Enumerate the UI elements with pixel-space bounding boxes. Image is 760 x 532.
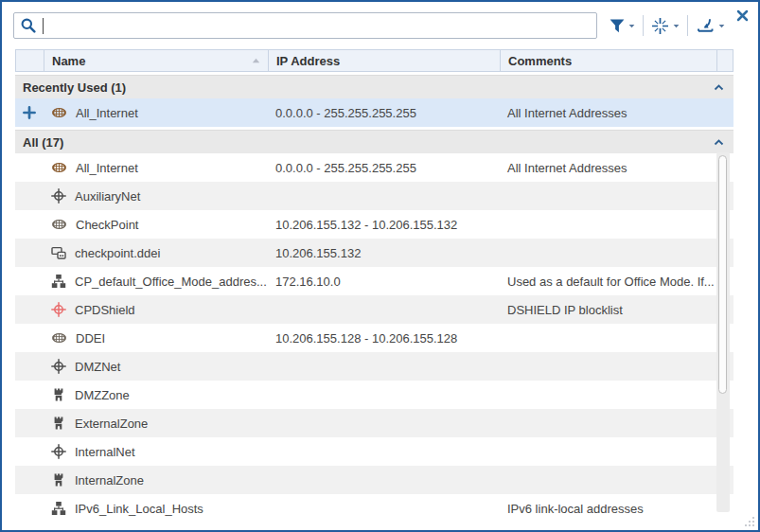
address-range-icon xyxy=(51,105,67,120)
scrollbar-thumb[interactable] xyxy=(718,155,727,394)
table-row[interactable]: DMZNet xyxy=(15,352,733,381)
object-name: CPDShield xyxy=(75,303,135,317)
resize-grip[interactable] xyxy=(743,515,755,527)
network-icon xyxy=(51,188,66,204)
group-header[interactable]: Recently Used (1) xyxy=(15,75,733,98)
table-header: Name IP Address Comments xyxy=(15,49,733,72)
object-name: All_Internet xyxy=(76,161,138,175)
toolbar-separator xyxy=(643,15,644,36)
object-comment: All Internet Addresses xyxy=(500,106,716,120)
object-name: CheckPoint xyxy=(76,218,138,232)
new-object-button[interactable] xyxy=(650,15,680,37)
object-picker-dialog: Name IP Address Comments Recently Used (… xyxy=(0,0,760,532)
close-button[interactable] xyxy=(734,8,751,24)
object-name: CP_default_Office_Mode_addres... xyxy=(75,275,267,289)
zone-icon xyxy=(51,472,66,488)
address-range-icon xyxy=(51,330,67,346)
table-row[interactable]: CheckPoint 10.206.155.132 - 10.206.155.1… xyxy=(15,210,733,239)
search-input[interactable] xyxy=(44,19,591,33)
filter-button[interactable] xyxy=(609,17,636,35)
search-icon xyxy=(20,17,37,34)
table-row[interactable]: All_Internet 0.0.0.0 - 255.255.255.255 A… xyxy=(15,153,733,182)
table-row[interactable]: IPv6_Link_Local_Hosts IPv6 link-local ad… xyxy=(15,494,733,523)
header-cell-end xyxy=(717,50,734,71)
zone-icon xyxy=(51,387,66,402)
object-name: AuxiliaryNet xyxy=(75,189,140,204)
network-icon xyxy=(51,444,66,459)
column-label: IP Address xyxy=(276,54,340,68)
object-ip: 172.16.10.0 xyxy=(268,275,500,289)
chevron-down-icon xyxy=(718,24,725,28)
filter-icon xyxy=(610,19,625,33)
plus-icon xyxy=(23,108,36,119)
network-icon xyxy=(51,302,66,317)
table-row[interactable]: AuxiliaryNet xyxy=(15,182,733,210)
table-row[interactable]: CP_default_Office_Mode_addres... 172.16.… xyxy=(15,267,733,295)
table-row[interactable]: InternalNet xyxy=(15,437,733,466)
chevron-down-icon xyxy=(673,24,680,28)
group-label: Recently Used (1) xyxy=(23,80,126,95)
address-range-icon xyxy=(51,160,67,175)
export-button[interactable] xyxy=(695,16,726,36)
header-cell-comments[interactable]: Comments xyxy=(501,50,717,71)
export-arrow-icon xyxy=(696,18,715,34)
table-row[interactable]: CPDShield DSHIELD IP blocklist xyxy=(15,295,733,324)
group-icon xyxy=(51,501,66,516)
table-row[interactable]: checkpoint.ddei 10.206.155.132 xyxy=(15,239,733,267)
table-row[interactable]: InternalZone xyxy=(15,466,733,494)
scrollbar[interactable] xyxy=(716,152,730,512)
object-comment: Used as a default for Office Mode. If... xyxy=(500,275,716,289)
object-name: DDEI xyxy=(76,331,105,346)
group-header[interactable]: All (17) xyxy=(15,130,733,153)
object-name: All_Internet xyxy=(76,106,138,120)
object-comment: DSHIELD IP blocklist xyxy=(500,303,716,317)
table-body: Recently Used (1) All_Internet 0.0.0.0 -… xyxy=(15,75,733,523)
close-icon xyxy=(736,10,749,25)
toolbar xyxy=(609,15,726,37)
column-label: Name xyxy=(52,54,85,68)
header-cell-empty[interactable] xyxy=(16,50,44,71)
chevron-up-icon[interactable] xyxy=(714,139,724,146)
network-icon xyxy=(51,359,66,374)
sort-asc-icon xyxy=(252,58,260,63)
object-comment: All Internet Addresses xyxy=(500,161,716,175)
object-name: checkpoint.ddei xyxy=(75,246,160,260)
gateway-icon xyxy=(51,245,66,260)
zone-icon xyxy=(51,416,66,431)
toolbar-separator xyxy=(687,15,688,36)
object-name: IPv6_Link_Local_Hosts xyxy=(75,502,203,516)
new-object-star-icon xyxy=(651,17,669,35)
header-cell-ip[interactable]: IP Address xyxy=(269,50,501,71)
object-ip: 10.206.155.128 - 10.206.155.128 xyxy=(268,331,500,346)
header-cell-name[interactable]: Name xyxy=(44,50,269,71)
object-ip: 0.0.0.0 - 255.255.255.255 xyxy=(268,161,500,175)
object-name: DMZNet xyxy=(75,360,120,374)
object-ip: 10.206.155.132 - 10.206.155.132 xyxy=(268,218,500,232)
table-row[interactable]: ExternalZone xyxy=(15,409,733,437)
object-comment: IPv6 link-local addresses xyxy=(500,502,716,516)
chevron-up-icon[interactable] xyxy=(714,84,724,91)
object-ip: 0.0.0.0 - 255.255.255.255 xyxy=(268,106,500,120)
search-box[interactable] xyxy=(13,12,597,39)
object-name: ExternalZone xyxy=(75,417,148,431)
group-label: All (17) xyxy=(23,135,63,150)
objects-table: Name IP Address Comments Recently Used (… xyxy=(15,49,733,523)
top-bar xyxy=(2,2,758,49)
object-name: DMZZone xyxy=(75,388,130,402)
group-icon xyxy=(51,274,66,289)
table-row[interactable]: DMZZone xyxy=(15,381,733,409)
object-ip: 10.206.155.132 xyxy=(268,246,500,260)
chevron-down-icon xyxy=(628,24,635,28)
table-row[interactable]: All_Internet 0.0.0.0 - 255.255.255.255 A… xyxy=(15,98,733,127)
table-row[interactable]: DDEI 10.206.155.128 - 10.206.155.128 xyxy=(15,324,733,352)
object-name: InternalZone xyxy=(75,473,144,488)
address-range-icon xyxy=(51,217,67,232)
add-object-button[interactable] xyxy=(23,106,36,119)
object-name: InternalNet xyxy=(75,445,135,459)
column-label: Comments xyxy=(508,54,572,68)
